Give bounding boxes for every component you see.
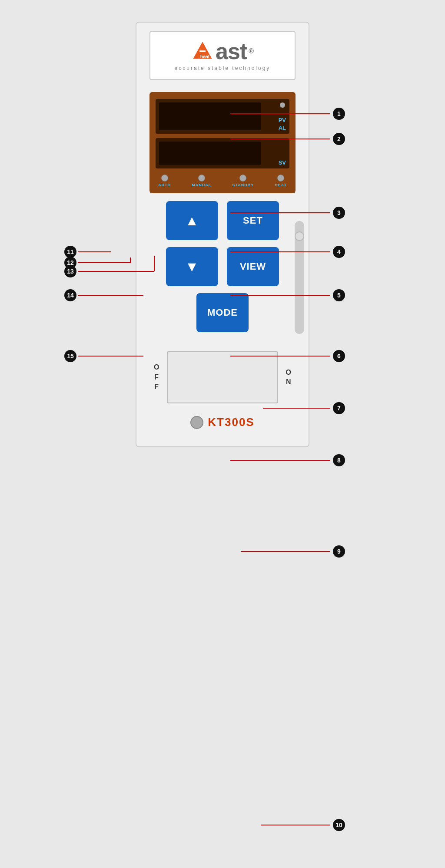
svg-point-7 (333, 133, 345, 145)
svg-point-4 (333, 108, 345, 120)
display-panel: AL PV SV AUTO MANUAL ST (149, 92, 296, 193)
svg-point-29 (333, 545, 345, 558)
svg-point-40 (64, 257, 76, 269)
sv-screen: SV (156, 138, 289, 168)
svg-text:10: 10 (335, 822, 342, 828)
svg-text:14: 14 (67, 292, 74, 299)
slider-thumb[interactable] (295, 231, 304, 241)
pv-screen-inner (159, 102, 261, 130)
standby-led-item: STANDBY (232, 175, 254, 187)
svg-point-32 (333, 819, 345, 831)
svg-point-26 (333, 454, 345, 466)
svg-rect-1 (199, 50, 206, 52)
mode-button[interactable]: MODE (196, 293, 249, 332)
svg-text:11: 11 (67, 248, 74, 255)
svg-text:heat: heat (200, 54, 210, 59)
logo-box: heat ast ® accurate stable technology (149, 31, 296, 80)
svg-point-44 (64, 265, 76, 277)
svg-point-20 (333, 350, 345, 362)
off-label: OFF (154, 363, 159, 392)
heat-led-item: HEAT (275, 175, 287, 187)
auto-led-label: AUTO (158, 183, 171, 187)
pv-screen: AL PV (156, 99, 289, 134)
al-label: AL (279, 125, 286, 131)
logo-icon: heat (191, 40, 214, 63)
logo-brand-text: ast (216, 40, 247, 63)
svg-text:6: 6 (337, 353, 341, 360)
auto-led (161, 175, 168, 182)
sv-label: SV (279, 159, 286, 166)
svg-text:13: 13 (67, 268, 74, 275)
manual-led-label: MANUAL (192, 183, 211, 187)
manual-led (198, 175, 205, 182)
svg-text:3: 3 (337, 209, 341, 216)
power-area: OFF ON (149, 351, 296, 403)
svg-text:12: 12 (67, 259, 74, 266)
svg-point-51 (64, 350, 76, 362)
svg-point-16 (333, 289, 345, 301)
heat-led-label: HEAT (275, 183, 287, 187)
on-label: ON (286, 368, 291, 387)
logo-registered: ® (249, 48, 254, 55)
model-name: KT300S (208, 416, 254, 429)
svg-point-23 (333, 402, 345, 414)
standby-led (239, 175, 246, 182)
standby-led-label: STANDBY (232, 183, 254, 187)
svg-point-13 (333, 246, 345, 258)
model-area: KT300S (190, 416, 254, 429)
down-button[interactable] (166, 247, 218, 286)
svg-text:8: 8 (337, 457, 341, 464)
svg-text:15: 15 (67, 353, 74, 360)
view-button[interactable]: VIEW (227, 247, 279, 286)
heat-led (277, 175, 284, 182)
svg-point-48 (64, 289, 76, 301)
sv-screen-inner (159, 142, 261, 165)
svg-text:5: 5 (337, 292, 341, 299)
svg-text:2: 2 (337, 135, 341, 142)
model-circle (190, 416, 203, 429)
svg-text:7: 7 (337, 405, 341, 412)
svg-text:9: 9 (337, 548, 341, 555)
svg-point-10 (333, 207, 345, 219)
set-button[interactable]: SET (227, 201, 279, 240)
up-button[interactable] (166, 201, 218, 240)
logo-subtitle: accurate stable technology (175, 65, 271, 71)
svg-text:1: 1 (337, 110, 341, 117)
led-row: AUTO MANUAL STANDBY HEAT (156, 173, 289, 189)
power-switch-box[interactable] (167, 351, 278, 403)
svg-point-36 (64, 246, 76, 258)
auto-led-item: AUTO (158, 175, 171, 187)
slider-track[interactable] (295, 221, 304, 334)
pv-label: PV (279, 117, 286, 123)
svg-text:4: 4 (337, 248, 341, 255)
manual-led-item: MANUAL (192, 175, 211, 187)
al-led (280, 102, 285, 108)
